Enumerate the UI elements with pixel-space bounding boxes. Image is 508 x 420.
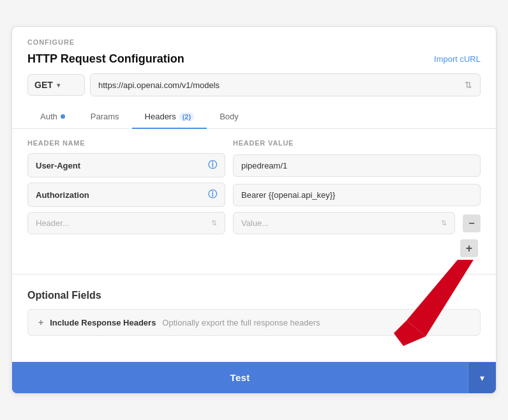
headers-tab-label: Headers bbox=[145, 112, 176, 121]
body-tab-label: Body bbox=[220, 112, 239, 121]
header-sort-icon: ⇅ bbox=[211, 219, 217, 227]
info-icon-2[interactable]: ⓘ bbox=[208, 189, 217, 200]
header-name-empty[interactable]: Header... ⇅ bbox=[27, 212, 225, 234]
method-select[interactable]: GET ▾ bbox=[27, 74, 85, 96]
optional-item-label: Include Response Headers bbox=[50, 318, 156, 327]
header-row-2: Authorization ⓘ Bearer {{openai.api_key}… bbox=[27, 183, 481, 207]
header-name-2[interactable]: Authorization ⓘ bbox=[27, 183, 225, 207]
method-value: GET bbox=[34, 80, 53, 90]
optional-section: Optional Fields + Include Response Heade… bbox=[12, 281, 496, 342]
value-sort-icon: ⇅ bbox=[441, 219, 447, 227]
header-name-1-text: User-Agent bbox=[36, 161, 80, 170]
params-tab-label: Params bbox=[91, 112, 119, 121]
auth-dot bbox=[61, 114, 65, 119]
optional-plus-icon: + bbox=[38, 317, 43, 327]
header-row-1: User-Agent ⓘ pipedream/1 bbox=[27, 153, 481, 177]
headers-badge: (2) bbox=[179, 112, 194, 121]
info-icon-1[interactable]: ⓘ bbox=[208, 160, 217, 171]
url-sort-icon: ⇅ bbox=[465, 80, 472, 90]
tab-body[interactable]: Body bbox=[207, 105, 251, 129]
add-row-button[interactable]: + bbox=[460, 239, 478, 257]
header-value-1-text: pipedream/1 bbox=[241, 161, 287, 170]
tab-params[interactable]: Params bbox=[78, 105, 132, 129]
optional-item-desc: Optionally export the full response head… bbox=[162, 318, 320, 327]
col-labels: HEADER NAME HEADER VALUE bbox=[27, 139, 481, 147]
auth-tab-label: Auth bbox=[40, 112, 57, 121]
headers-section: HEADER NAME HEADER VALUE User-Agent ⓘ pi… bbox=[12, 129, 496, 267]
header-value-1[interactable]: pipedream/1 bbox=[233, 154, 481, 177]
optional-title: Optional Fields bbox=[27, 290, 481, 301]
header-value-2[interactable]: Bearer {{openai.api_key}} bbox=[233, 184, 481, 206]
test-button-chevron[interactable]: ▾ bbox=[468, 363, 496, 393]
tab-auth[interactable]: Auth bbox=[27, 105, 78, 129]
remove-row-button[interactable]: − bbox=[463, 214, 481, 232]
url-text: https://api.openai.com/v1/models bbox=[98, 80, 220, 90]
http-config-title: HTTP Request Configuration bbox=[27, 52, 184, 66]
bottom-bar: Test ▾ bbox=[12, 362, 496, 393]
method-chevron-icon: ▾ bbox=[57, 82, 60, 89]
configure-label: CONFIGURE bbox=[12, 27, 496, 52]
col-header-name: HEADER NAME bbox=[27, 139, 225, 147]
tabs-row: Auth Params Headers (2) Body bbox=[12, 105, 496, 129]
header-value-2-text: Bearer {{openai.api_key}} bbox=[241, 190, 335, 200]
col-header-value: HEADER VALUE bbox=[233, 139, 481, 147]
url-row: GET ▾ https://api.openai.com/v1/models ⇅ bbox=[12, 73, 496, 105]
header-row-empty: Header... ⇅ Value... ⇅ − bbox=[27, 212, 481, 234]
main-panel: CONFIGURE HTTP Request Configuration Imp… bbox=[11, 26, 497, 394]
header-name-placeholder: Header... bbox=[36, 218, 70, 228]
header-value-empty[interactable]: Value... ⇅ bbox=[233, 212, 455, 234]
test-chevron-icon: ▾ bbox=[480, 373, 484, 383]
url-input[interactable]: https://api.openai.com/v1/models ⇅ bbox=[90, 73, 481, 96]
tab-headers[interactable]: Headers (2) bbox=[132, 105, 207, 129]
import-curl-link[interactable]: Import cURL bbox=[434, 54, 481, 64]
test-button[interactable]: Test bbox=[12, 362, 468, 393]
plus-row: + bbox=[27, 239, 481, 257]
header-name-1[interactable]: User-Agent ⓘ bbox=[27, 153, 225, 177]
header-name-2-text: Authorization bbox=[36, 190, 89, 200]
divider bbox=[12, 274, 496, 274]
include-response-headers-row[interactable]: + Include Response Headers Optionally ex… bbox=[27, 309, 481, 336]
section-title: HTTP Request Configuration Import cURL bbox=[12, 52, 496, 73]
header-value-placeholder: Value... bbox=[241, 218, 269, 228]
